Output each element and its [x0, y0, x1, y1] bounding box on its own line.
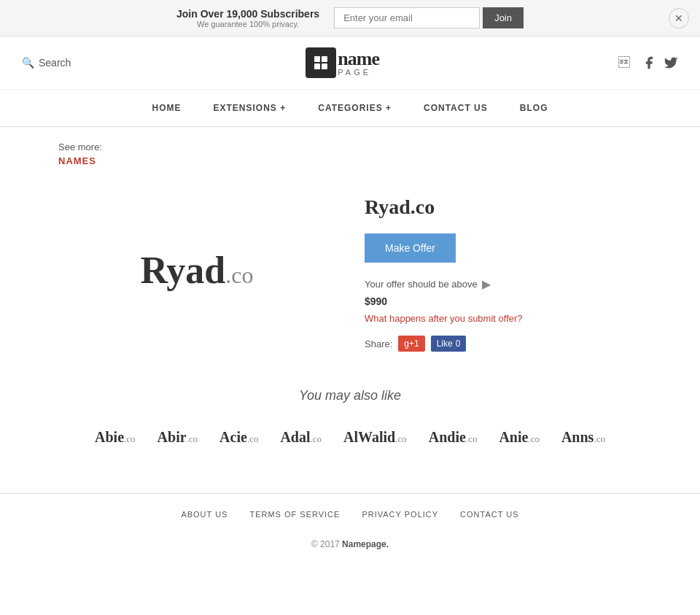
domain-preview: Ryad.co	[58, 188, 335, 352]
also-like-tld: .co	[594, 433, 605, 444]
search-icon: 🔍	[22, 57, 34, 69]
footer-copy: © 2017 Namepage.	[0, 532, 700, 571]
logo-wordmark: name PAGE	[338, 50, 379, 77]
also-like-item[interactable]: Anns.co	[554, 425, 612, 449]
fb-like-label: Like	[437, 339, 453, 349]
banner-headline: Join Over 19,000 Subscribers	[176, 8, 319, 20]
also-like-name: Andie	[429, 429, 466, 445]
svg-rect-1	[322, 56, 327, 62]
twitter-icon-svg[interactable]	[664, 55, 678, 70]
logo-page-text: PAGE	[338, 69, 379, 77]
main-nav: HOME EXTENSIONS + CATEGORIES + CONTACT U…	[0, 90, 700, 127]
svg-rect-2	[314, 63, 320, 69]
also-like-item[interactable]: Adal.co	[273, 425, 329, 449]
domain-tld-large: .co	[225, 262, 253, 288]
email-input[interactable]	[334, 7, 480, 28]
also-like-item[interactable]: Acie.co	[212, 425, 265, 449]
also-like-name: Acie	[219, 429, 247, 445]
facebook-icon-svg[interactable]	[642, 55, 656, 70]
gplus-label: g+1	[404, 339, 419, 349]
make-offer-button[interactable]: Make Offer	[365, 233, 456, 263]
join-button[interactable]: Join	[483, 7, 524, 28]
top-banner: Join Over 19,000 Subscribers We guarante…	[0, 0, 700, 36]
also-like-name: Anie	[499, 429, 528, 445]
also-like-tld: .co	[247, 433, 259, 444]
footer-copy-year: © 2017	[311, 539, 340, 549]
also-like-tld: .co	[311, 433, 322, 444]
also-like-tld: .co	[528, 433, 540, 444]
see-more-label: See more:	[58, 142, 102, 152]
also-like-tld: .co	[466, 433, 478, 444]
close-banner-button[interactable]: ✕	[669, 8, 689, 28]
svg-rect-3	[322, 63, 327, 69]
site-logo[interactable]: name PAGE	[306, 47, 379, 78]
nav-blog[interactable]: BLOG	[504, 90, 564, 126]
footer-link[interactable]: CONTACT US	[460, 510, 519, 519]
logo-icon	[306, 47, 336, 78]
main-content: Ryad.co Ryad.co Make Offer Your offer sh…	[0, 174, 700, 381]
facebook-icon[interactable]: 	[614, 53, 634, 73]
domain-info: Ryad.co Make Offer Your offer should be …	[365, 188, 642, 352]
nav-categories[interactable]: CATEGORIES +	[302, 90, 408, 126]
also-like-section: You may also like Abie.coAbir.coAcie.coA…	[0, 381, 700, 479]
also-like-title: You may also like	[58, 388, 642, 403]
search-area[interactable]: 🔍 Search	[22, 57, 71, 69]
share-label: Share:	[365, 339, 392, 349]
offer-arrow-icon: ▶	[482, 277, 491, 291]
also-like-name: Abir	[158, 429, 187, 445]
banner-text: Join Over 19,000 Subscribers We guarante…	[176, 8, 319, 28]
domain-preview-text: Ryad.co	[141, 249, 254, 292]
breadcrumb: See more: NAMES	[0, 127, 700, 174]
breadcrumb-link[interactable]: NAMES	[58, 155, 642, 166]
footer-link[interactable]: PRIVACY POLICY	[362, 510, 438, 519]
nav-home[interactable]: HOME	[136, 90, 198, 126]
also-like-grid: Abie.coAbir.coAcie.coAdal.coAlWalid.coAn…	[58, 425, 642, 449]
gplus-button[interactable]: g+1	[398, 336, 424, 352]
also-like-item[interactable]: AlWalid.co	[336, 425, 414, 449]
also-like-tld: .co	[124, 433, 136, 444]
also-like-item[interactable]: Andie.co	[421, 425, 485, 449]
search-label: Search	[39, 57, 71, 69]
banner-subtext: We guarantee 100% privacy.	[176, 20, 319, 28]
header: 🔍 Search name PAGE 	[0, 36, 700, 90]
footer-links: ABOUT USTERMS OF SERVICEPRIVACY POLICYCO…	[0, 494, 700, 532]
offer-price: $990	[365, 295, 642, 307]
nav-extensions[interactable]: EXTENSIONS +	[198, 90, 303, 126]
also-like-item[interactable]: Abir.co	[150, 425, 206, 449]
svg-rect-0	[314, 56, 320, 62]
offer-note-text: Your offer should be above	[365, 279, 478, 290]
social-links: 	[614, 53, 678, 73]
offer-note: Your offer should be above ▶	[365, 277, 642, 291]
fb-like-button[interactable]: Like 0	[431, 336, 467, 352]
domain-title: Ryad.co	[365, 196, 642, 219]
also-like-tld: .co	[187, 433, 198, 444]
also-like-name: Adal	[280, 429, 310, 445]
also-like-name: Anns	[561, 429, 594, 445]
also-like-name: Abie	[95, 429, 124, 445]
share-row: Share: g+1 Like 0	[365, 336, 642, 352]
offer-link[interactable]: What happens after you submit offer?	[365, 313, 642, 324]
nav-contact[interactable]: CONTACT US	[408, 90, 504, 126]
footer-brand[interactable]: Namepage.	[342, 539, 389, 549]
also-like-tld: .co	[395, 433, 407, 444]
also-like-name: AlWalid	[343, 429, 395, 445]
footer-link[interactable]: TERMS OF SERVICE	[249, 510, 340, 519]
also-like-item[interactable]: Anie.co	[491, 425, 547, 449]
footer-link[interactable]: ABOUT US	[181, 510, 228, 519]
logo-name-text: name	[338, 50, 379, 69]
also-like-item[interactable]: Abie.co	[88, 425, 143, 449]
domain-name-large: Ryad	[141, 250, 226, 291]
fb-count: 0	[456, 339, 461, 349]
